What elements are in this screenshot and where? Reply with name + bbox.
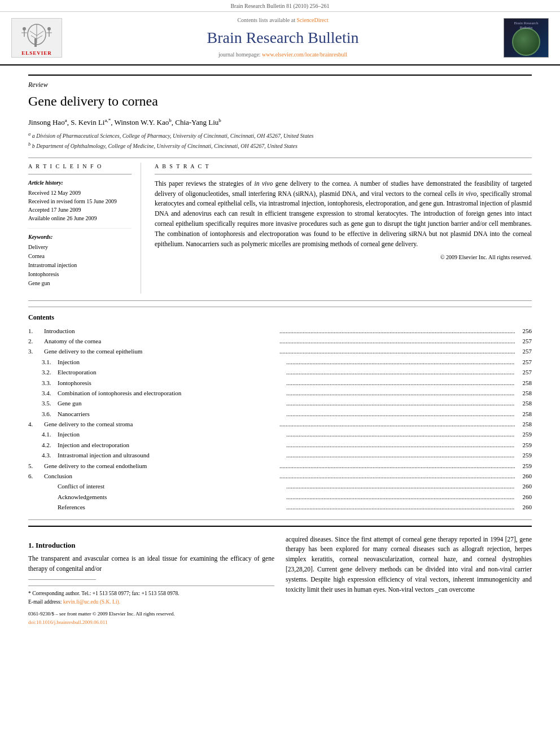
toc-label-3-3: Iontophoresis — [58, 379, 285, 387]
author-aff-b1: b — [169, 117, 172, 123]
toc-page-3-1: 257 — [515, 358, 532, 366]
keywords-block: Keywords: Delivery Cornea Intrastromal i… — [28, 233, 132, 288]
toc-page-3-4: 258 — [515, 389, 532, 397]
toc-item-3-2: 3.2. Electroporation ...................… — [28, 368, 532, 377]
toc-page-4-3: 259 — [515, 451, 532, 460]
toc-item-4-1: 4.1. Injection .........................… — [28, 430, 532, 439]
toc-num-5: 5. — [28, 462, 44, 470]
email-address[interactable]: kevin.li@uc.edu (S.K. Li). — [63, 599, 120, 605]
toc-label-3-6: Nanocarriers — [58, 410, 285, 418]
history-block: Article history: Received 12 May 2009 Re… — [28, 179, 132, 222]
article-type: Review — [28, 80, 532, 90]
toc-dots-3-3: ........................................… — [285, 379, 515, 388]
toc-container: 1. Introduction ........................… — [28, 327, 532, 513]
affiliation-a: a a Division of Pharmaceutical Sciences,… — [28, 131, 532, 140]
toc-dots-2: ........................................… — [278, 337, 515, 346]
toc-item-ack: Acknowledgements .......................… — [28, 493, 532, 502]
section1-title: 1. Introduction — [28, 540, 274, 551]
toc-item-3-5: 3.5. Gene gun ..........................… — [28, 399, 532, 408]
toc-label-4-1: Injection — [58, 430, 285, 439]
info-abstract-columns: A R T I C L E I N F O Article history: R… — [28, 163, 532, 294]
body-columns: 1. Introduction The transparent and avas… — [28, 535, 532, 627]
body-right-column: acquired diseases. Since the first attem… — [286, 535, 532, 627]
toc-item-3: 3. Gene delivery to the corneal epitheli… — [28, 347, 532, 356]
toc-num-3: 3. — [28, 347, 44, 356]
author-aff-a1: a — [65, 117, 67, 123]
svg-line-4 — [37, 31, 43, 36]
homepage-line: journal homepage: www.elsevier.com/locat… — [73, 51, 492, 59]
toc-label-3-1: Injection — [58, 358, 285, 366]
keyword-iontophoresis: Iontophoresis — [28, 270, 132, 279]
toc-label-5: Gene delivery to the corneal endothelium — [44, 462, 278, 470]
toc-item-conflict: Conflict of interest ...................… — [28, 482, 532, 491]
toc-item-4-3: 4.3. Intrastromal injection and ultrasou… — [28, 451, 532, 460]
toc-label-4: Gene delivery to the corneal stroma — [44, 420, 278, 429]
toc-page-conflict: 260 — [515, 482, 532, 491]
toc-item-5: 5. Gene delivery to the corneal endothel… — [28, 462, 532, 471]
toc-num-3-3: 3.3. — [42, 379, 58, 387]
toc-page-4: 258 — [515, 420, 532, 429]
doi-line[interactable]: doi:10.1016/j.brainresbull.2009.06.011 — [28, 619, 274, 627]
author-jinsong: Jinsong Hao — [28, 118, 65, 126]
journal-name-display: Brain Research Bulletin — [73, 27, 492, 49]
toc-item-2: 2. Anatomy of the cornea ...............… — [28, 337, 532, 346]
toc-item-3-1: 3.1. Injection .........................… — [28, 358, 532, 367]
toc-item-4: 4. Gene delivery to the corneal stroma .… — [28, 420, 532, 429]
toc-page-ack: 260 — [515, 493, 532, 501]
toc-num-3-2: 3.2. — [42, 368, 58, 377]
sciencedirect-line: Contents lists available at ScienceDirec… — [73, 16, 492, 24]
abstract-column: A B S T R A C T This paper reviews the s… — [155, 163, 532, 294]
toc-page-6: 260 — [515, 472, 532, 480]
accepted-date: Accepted 17 June 2009 — [28, 206, 132, 214]
toc-num-2: 2. — [28, 337, 44, 346]
toc-label-3-2: Electroporation — [58, 368, 285, 377]
toc-item-3-4: 3.4. Combination of iontophoresis and el… — [28, 389, 532, 398]
toc-num-6: 6. — [28, 472, 44, 480]
footnote-divider — [28, 579, 96, 580]
abstract-end-divider — [28, 300, 532, 301]
svg-line-5 — [31, 36, 37, 39]
elsevier-logo: ELSEVIER — [11, 18, 62, 58]
toc-item-1: 1. Introduction ........................… — [28, 327, 532, 336]
toc-item-6: 6. Conclusion ..........................… — [28, 472, 532, 481]
toc-num-3-1: 3.1. — [42, 358, 58, 366]
citation-text: Brain Research Bulletin 81 (2010) 256–26… — [230, 3, 329, 9]
keywords-label: Keywords: — [28, 233, 132, 241]
toc-num-4-3: 4.3. — [42, 451, 58, 460]
toc-dots-3-1: ........................................… — [285, 358, 515, 367]
toc-label-ref: References — [58, 503, 285, 512]
toc-label-4-3: Intrastromal injection and ultrasound — [58, 451, 285, 460]
copyright-notice: © 2009 Elsevier Inc. All rights reserved… — [155, 254, 532, 261]
received-revised-date: Received in revised form 15 June 2009 — [28, 197, 132, 206]
toc-item-ref: References .............................… — [28, 503, 532, 512]
journal-header: Brain Research Bulletin 81 (2010) 256–26… — [0, 0, 560, 65]
toc-num-4: 4. — [28, 420, 44, 429]
toc-page-2: 257 — [515, 337, 532, 346]
author-kevin: S. Kevin Li — [71, 118, 104, 126]
abstract-text: This paper reviews the strategies of in … — [155, 179, 532, 250]
citation-bar: Brain Research Bulletin 81 (2010) 256–26… — [0, 0, 560, 12]
toc-label-6: Conclusion — [44, 472, 278, 480]
toc-num-3-6: 3.6. — [42, 410, 58, 418]
info-heading-divider — [28, 174, 132, 174]
journal-cover: Brain ResearchBulletin — [504, 18, 549, 58]
history-divider — [28, 228, 132, 229]
affiliation-b: b b Department of Ophthalmology, College… — [28, 141, 532, 150]
svg-point-10 — [47, 27, 51, 30]
homepage-url[interactable]: www.elsevier.com/locate/brainresbull — [262, 51, 347, 58]
toc-item-4-2: 4.2. Injection and electroporation .....… — [28, 441, 532, 450]
author-aff-b2: b — [218, 117, 221, 123]
article-title: Gene delivery to cornea — [28, 92, 532, 111]
header-divider — [28, 75, 532, 76]
author-winston: Winston W.Y. Kao — [114, 118, 169, 126]
received-date: Received 12 May 2009 — [28, 189, 132, 197]
affiliations: a a Division of Pharmaceutical Sciences,… — [28, 131, 532, 151]
keyword-gene-gun: Gene gun — [28, 279, 132, 288]
toc-page-3-3: 258 — [515, 379, 532, 387]
keyword-delivery: Delivery — [28, 243, 132, 252]
toc-label-3-5: Gene gun — [58, 399, 285, 408]
svg-line-3 — [30, 31, 37, 36]
svg-line-6 — [37, 36, 42, 39]
toc-dots-4: ........................................… — [278, 420, 515, 429]
toc-num-3-4: 3.4. — [42, 389, 58, 397]
